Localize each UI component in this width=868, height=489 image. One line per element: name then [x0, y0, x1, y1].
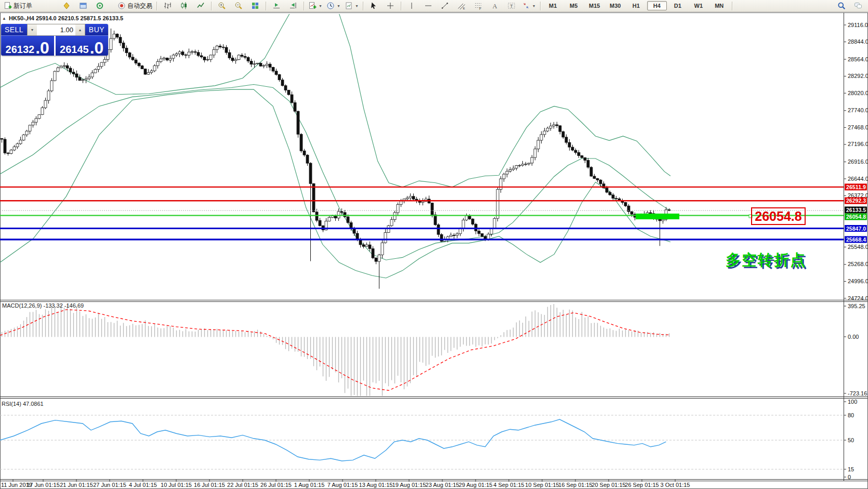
- sell-price-button[interactable]: 26132 .0: [1, 36, 54, 56]
- price-tick-label: 27468.0: [848, 124, 868, 130]
- price-tick-label: 25548.0: [848, 244, 868, 250]
- bar-chart-icon: [163, 2, 172, 10]
- toolbar-zoom-in-button[interactable]: [214, 0, 230, 11]
- volume-control: ▼ ▲: [27, 24, 85, 36]
- volume-input[interactable]: [37, 24, 75, 35]
- price-tick-label: 29116.0: [848, 22, 868, 28]
- toolbar-data-window-button[interactable]: [75, 0, 91, 11]
- toolbar-channel-button[interactable]: E: [453, 0, 470, 11]
- date-tick-label: 10 Sep 01:15: [525, 482, 559, 488]
- toolbar-separator: [211, 2, 212, 10]
- indicator-tick-label: 0: [848, 474, 851, 480]
- chart-shift-icon: [289, 2, 297, 10]
- one-click-trading-panel: SELL ▼ ▲ BUY 26132 .0 26145 .0: [1, 24, 108, 56]
- toolbar-new-order-button[interactable]: 新订单: [2, 0, 34, 11]
- toolbar-chart-shift-button[interactable]: [285, 0, 301, 11]
- price-tick-label: 28020.0: [848, 90, 868, 96]
- vline-icon: [407, 2, 416, 10]
- dropdown-arrow-icon[interactable]: ▼: [337, 4, 340, 8]
- pivot-annotation-text[interactable]: 多空转折点: [726, 250, 806, 271]
- volume-increase-button[interactable]: ▲: [75, 24, 85, 35]
- axis-badge-26292.3: 26292.3: [845, 197, 867, 204]
- timeframe-m15-button[interactable]: M15: [585, 1, 604, 10]
- timeframe-d1-button[interactable]: D1: [668, 1, 688, 10]
- indicator-tick-label: 80: [848, 412, 854, 418]
- timeframe-m30-button[interactable]: M30: [606, 1, 625, 10]
- price-tick-label: 28564.0: [848, 56, 868, 62]
- date-tick-label: 26 Jul 01:15: [260, 482, 292, 488]
- sell-button[interactable]: SELL: [1, 24, 27, 36]
- timeframe-mn-button[interactable]: MN: [709, 1, 729, 10]
- new-order-icon: [4, 2, 12, 10]
- toolbar-bar-chart-button[interactable]: [159, 0, 176, 11]
- toolbar-auto-scroll-button[interactable]: [268, 0, 285, 11]
- toolbar-cursor-button[interactable]: [365, 0, 382, 11]
- toolbar-search-button[interactable]: [833, 0, 850, 11]
- tile-windows-icon: [251, 2, 259, 10]
- indicator-tick-label: 15: [848, 466, 854, 472]
- toolbar-text-button[interactable]: A: [486, 0, 503, 11]
- toolbar-candle-chart-button[interactable]: [176, 0, 192, 11]
- svg-text:T: T: [510, 4, 513, 9]
- indicators-icon: [308, 2, 317, 10]
- toolbar-trendline-button[interactable]: [437, 0, 453, 11]
- main-toolbar: 新订单自动交易▼▼▼EFAT▼M1M5M15M30H1H4D1W1MN: [0, 0, 868, 12]
- indicator-tick-label: 50: [848, 437, 854, 443]
- toolbar-templates-button[interactable]: ▼: [343, 0, 361, 11]
- toolbar-auto-trading-button[interactable]: 自动交易: [115, 0, 154, 11]
- channel-icon: E: [457, 2, 466, 10]
- toolbar-separator: [540, 2, 541, 10]
- buy-price-frac: .0: [90, 41, 104, 55]
- date-tick-label: 3 Oct 01:15: [661, 482, 690, 488]
- buy-button[interactable]: BUY: [85, 24, 108, 36]
- svg-text:F: F: [479, 7, 481, 10]
- toolbar-separator: [156, 2, 157, 10]
- toolbar-periods-button[interactable]: ▼: [324, 0, 343, 11]
- toolbar-tile-windows-button[interactable]: [247, 0, 264, 11]
- toolbar-navigator-button[interactable]: [91, 0, 108, 11]
- toolbar-text-label-button[interactable]: T: [503, 0, 520, 11]
- svg-text:26292.3: 26292.3: [846, 198, 866, 204]
- dropdown-arrow-icon[interactable]: ▼: [532, 4, 536, 8]
- price-annotation-label[interactable]: 26054.8: [751, 207, 806, 225]
- dropdown-arrow-icon[interactable]: ▼: [355, 4, 359, 8]
- date-tick-label: 20 Sep 01:15: [591, 482, 625, 488]
- toolbar-line-chart-button[interactable]: [192, 0, 209, 11]
- trendline-icon: [441, 2, 449, 10]
- toolbar-market-watch-button[interactable]: [58, 0, 75, 11]
- date-tick-label: 16 Sep 01:15: [558, 482, 592, 488]
- date-tick-label: 13 Aug 01:15: [359, 482, 393, 488]
- chart-canvas[interactable]: 29116.028844.028564.028292.028020.027740…: [0, 0, 868, 489]
- volume-decrease-button[interactable]: ▼: [28, 24, 37, 35]
- toolbar-separator: [401, 2, 401, 10]
- indicator-tick-label: 395.25: [848, 303, 865, 309]
- timeframe-m1-button[interactable]: M1: [543, 1, 563, 10]
- collapse-arrow-icon[interactable]: ▲: [2, 16, 6, 21]
- toolbar-hline-button[interactable]: [420, 0, 437, 11]
- price-tick-label: 25268.0: [848, 261, 868, 267]
- price-tick-label: 28292.0: [848, 73, 868, 79]
- crosshair-icon: [386, 2, 394, 10]
- dropdown-arrow-icon[interactable]: ▼: [319, 4, 322, 8]
- timeframe-h1-button[interactable]: H1: [626, 1, 646, 10]
- toolbar-vline-button[interactable]: [403, 0, 420, 11]
- toolbar-crosshair-button[interactable]: [382, 0, 399, 11]
- date-tick-label: 4 Jul 01:15: [129, 482, 157, 488]
- toolbar-separator: [304, 2, 304, 10]
- toolbar-separator: [732, 2, 732, 10]
- auto-trading-label: 自动交易: [127, 2, 152, 10]
- date-tick-label: 7 Aug 01:15: [327, 482, 358, 488]
- timeframe-m5-button[interactable]: M5: [564, 1, 584, 10]
- toolbar-indicators-button[interactable]: ▼: [306, 0, 324, 11]
- toolbar-arrows-button[interactable]: ▼: [520, 0, 538, 11]
- data-window-icon: [79, 2, 87, 10]
- buy-price-main: 26145: [60, 44, 89, 55]
- buy-price-button[interactable]: 26145 .0: [56, 36, 109, 56]
- highlight-zone[interactable]: [636, 214, 679, 219]
- toolbar-chat-button[interactable]: [850, 0, 866, 11]
- toolbar-fibonacci-button[interactable]: F: [470, 0, 486, 11]
- timeframe-w1-button[interactable]: W1: [689, 1, 708, 10]
- toolbar-zoom-out-button[interactable]: [230, 0, 247, 11]
- auto-trading-icon: [117, 2, 126, 10]
- timeframe-h4-button[interactable]: H4: [647, 1, 667, 10]
